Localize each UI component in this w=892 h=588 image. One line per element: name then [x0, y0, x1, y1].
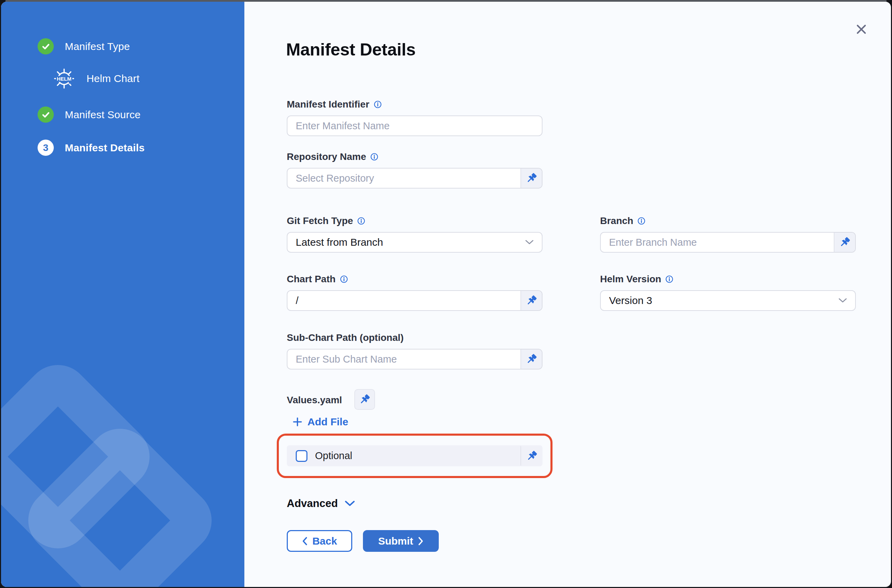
step-label: Manifest Type — [65, 40, 130, 52]
info-icon[interactable] — [340, 275, 348, 284]
step-complete-icon — [37, 106, 54, 123]
info-icon[interactable] — [373, 100, 382, 109]
svg-text:HELM: HELM — [57, 76, 71, 82]
sidebar-step-manifest-details[interactable]: 3 Manifest Details — [37, 140, 145, 156]
submit-button[interactable]: Submit — [363, 530, 439, 552]
repository-name-input[interactable] — [288, 168, 520, 188]
branch-label: Branch — [600, 215, 633, 226]
helm-version-value: Version 3 — [609, 295, 652, 306]
pin-runtime-input-icon[interactable] — [521, 450, 543, 462]
back-button-label: Back — [312, 535, 337, 547]
step-label: Manifest Source — [65, 109, 141, 121]
chevron-left-icon — [302, 537, 307, 546]
manifest-identifier-input[interactable] — [288, 116, 542, 135]
sidebar-substep-helm-chart[interactable]: HELM Helm Chart — [53, 67, 139, 90]
repository-name-label: Repository Name — [287, 151, 366, 162]
branch-input[interactable] — [601, 232, 834, 252]
sidebar-step-manifest-type[interactable]: Manifest Type — [37, 38, 130, 54]
optional-checkbox[interactable] — [296, 450, 307, 462]
info-icon[interactable] — [665, 275, 673, 284]
branch-label-row: Branch — [600, 215, 646, 226]
back-button[interactable]: Back — [287, 530, 352, 552]
substep-label: Helm Chart — [87, 73, 139, 84]
advanced-toggle[interactable]: Advanced — [287, 497, 355, 510]
chart-path-input[interactable] — [288, 291, 520, 310]
info-icon[interactable] — [357, 217, 365, 225]
manifest-identifier-label: Manifest Identifier — [287, 99, 369, 110]
add-file-label: Add File — [307, 416, 348, 428]
git-fetch-type-select[interactable]: Latest from Branch — [287, 232, 543, 253]
repository-name-field — [287, 168, 543, 189]
step-complete-icon — [37, 38, 54, 54]
plus-icon — [292, 417, 303, 427]
helm-version-label: Helm Version — [600, 274, 661, 285]
wizard-stepper-sidebar: Manifest Type HELM Helm — [1, 2, 244, 587]
repository-name-label-row: Repository Name — [287, 151, 378, 162]
values-yaml-label: Values.yaml — [287, 394, 342, 406]
screenshot-frame: Manifest Type HELM Helm — [0, 0, 892, 588]
chevron-right-icon — [418, 537, 424, 546]
pin-runtime-input-icon[interactable] — [520, 350, 542, 369]
sidebar-step-manifest-source[interactable]: Manifest Source — [37, 106, 141, 123]
manifest-wizard-modal: Manifest Type HELM Helm — [1, 2, 891, 587]
advanced-label: Advanced — [287, 497, 338, 510]
manifest-details-panel: Manifest Details Manifest Identifier Rep… — [244, 2, 891, 587]
sub-chart-path-input[interactable] — [288, 350, 520, 369]
chevron-down-icon — [345, 501, 355, 507]
add-file-button[interactable]: Add File — [292, 416, 348, 428]
sub-chart-path-field — [287, 349, 543, 369]
close-icon[interactable] — [854, 22, 869, 37]
chevron-down-icon — [525, 240, 534, 245]
helm-version-select[interactable]: Version 3 — [600, 290, 856, 311]
manifest-identifier-field — [287, 116, 543, 136]
pin-runtime-input-icon[interactable] — [354, 389, 375, 410]
chart-path-label-row: Chart Path — [287, 274, 348, 285]
pin-runtime-input-icon[interactable] — [834, 232, 855, 252]
helm-chart-icon: HELM — [53, 67, 75, 90]
chart-path-label: Chart Path — [287, 274, 336, 285]
page-title: Manifest Details — [286, 40, 416, 60]
step-number-badge: 3 — [37, 140, 54, 156]
step-label: Manifest Details — [65, 142, 145, 154]
helm-version-label-row: Helm Version — [600, 274, 673, 285]
sub-chart-path-label-row: Sub-Chart Path (optional) — [287, 332, 403, 343]
optional-checkbox-label: Optional — [315, 450, 520, 462]
git-fetch-type-label-row: Git Fetch Type — [287, 215, 365, 226]
sub-chart-path-label: Sub-Chart Path (optional) — [287, 332, 403, 343]
pin-runtime-input-icon[interactable] — [520, 291, 542, 310]
chart-path-field — [287, 290, 543, 311]
optional-checkbox-row: Optional — [287, 445, 543, 466]
submit-button-label: Submit — [378, 535, 413, 547]
git-fetch-type-label: Git Fetch Type — [287, 215, 353, 226]
git-fetch-type-value: Latest from Branch — [296, 237, 383, 248]
info-icon[interactable] — [637, 217, 646, 225]
chevron-down-icon — [839, 298, 847, 303]
pin-runtime-input-icon[interactable] — [520, 168, 542, 188]
info-icon[interactable] — [370, 153, 378, 161]
manifest-identifier-label-row: Manifest Identifier — [287, 99, 382, 110]
branch-field — [600, 232, 856, 253]
